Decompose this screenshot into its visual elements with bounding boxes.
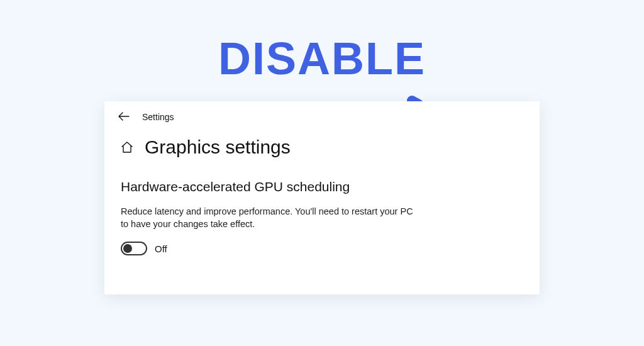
settings-window: Settings Graphics settings Hardware-acce… <box>104 101 540 294</box>
window-header: Settings <box>118 111 526 123</box>
section-heading: Hardware-accelerated GPU scheduling <box>121 179 526 194</box>
section-description: Reduce latency and improve performance. … <box>121 206 423 230</box>
gpu-scheduling-toggle[interactable] <box>121 242 147 255</box>
toggle-row: Off <box>121 242 526 255</box>
annotation-title: DISABLE <box>218 33 426 84</box>
toggle-knob <box>123 244 132 253</box>
toggle-state-label: Off <box>155 243 167 254</box>
back-arrow-icon[interactable] <box>118 111 130 123</box>
page-title: Graphics settings <box>145 137 291 158</box>
home-icon[interactable] <box>121 141 133 153</box>
header-label: Settings <box>142 112 174 122</box>
title-row: Graphics settings <box>121 137 526 158</box>
